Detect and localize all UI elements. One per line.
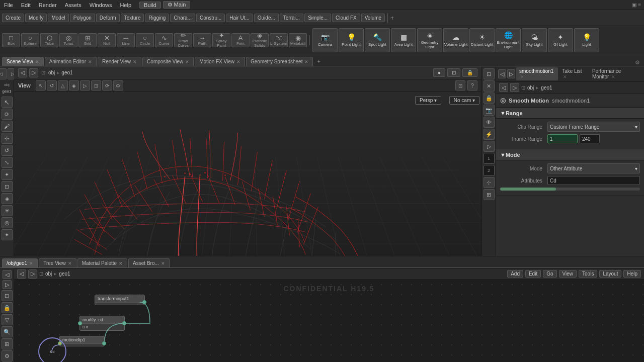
clip-range-dropdown[interactable]: Custom Frame Range ▾ [547, 122, 640, 132]
modify-btn[interactable]: Modify [25, 14, 47, 22]
tab-motion-fx[interactable]: Motion FX View ✕ [195, 57, 245, 66]
ne-add-btn[interactable]: Add [507, 270, 523, 278]
rs-camera[interactable]: 📷 [484, 105, 495, 116]
shelf-tube[interactable]: ⬡Tube [40, 33, 58, 47]
rs-flipbook[interactable]: ▷ [484, 141, 495, 152]
shelf-font[interactable]: AFont [231, 33, 250, 47]
tab-composite-view-close[interactable]: ✕ [185, 59, 189, 64]
create-btn[interactable]: Create [2, 14, 24, 22]
ne-layout[interactable]: ⊞ [2, 338, 13, 349]
measure-tool[interactable]: ⊡ [2, 181, 13, 192]
deform-btn[interactable]: Deform [96, 14, 120, 22]
rp-tab-smoothmotion[interactable]: smoothmotion1 ✕ [516, 67, 558, 80]
viewport-canvas[interactable]: Persp ▾ No cam ▾ [14, 92, 481, 256]
rs-tool-1[interactable]: ⊡ [484, 68, 495, 79]
frame-range-start[interactable] [547, 134, 578, 143]
nav-back-btn[interactable]: ◁ [0, 68, 7, 79]
brush-tool[interactable]: ◎ [2, 217, 13, 228]
shelf-null[interactable]: ✕Null [98, 33, 116, 47]
chara-btn[interactable]: Chara... [170, 14, 195, 22]
camera-view-tool[interactable]: ◈ [2, 193, 13, 204]
tab-scene-view-close[interactable]: ✕ [35, 59, 39, 64]
ne-home[interactable]: ⊡ [2, 290, 13, 301]
light-env[interactable]: 🌐Environment Light [496, 28, 521, 52]
light-point[interactable]: 💡Point Light [339, 28, 364, 52]
frame-range-end[interactable] [580, 134, 600, 143]
rs-snap[interactable]: ⊹ [484, 177, 495, 188]
vp-fwd-btn[interactable]: ▷ [29, 68, 38, 77]
tab-tree-view[interactable]: Tree View ✕ [39, 258, 76, 267]
shelf-line[interactable]: ─Line [117, 33, 135, 47]
transform-tool[interactable]: ⊹ [2, 133, 13, 144]
tab-asset-browser-close[interactable]: ✕ [161, 261, 165, 266]
node-canvas[interactable]: ◁ ▷ ⊡ obj ▸ geo1 Add Edit Go View Tools … [14, 268, 644, 362]
volume-btn[interactable]: Volume [361, 14, 385, 22]
vp-lock-btn[interactable]: 🔒 [462, 68, 477, 77]
rp-geo[interactable]: geo1 [541, 85, 552, 90]
viewport-help-btn[interactable]: ? [467, 80, 477, 90]
ne-back[interactable]: ◁ [3, 270, 12, 279]
ne-tools-btn[interactable]: Tools [579, 270, 597, 278]
ne-edit-btn[interactable]: Edit [525, 270, 541, 278]
menu-file[interactable]: File [0, 2, 17, 8]
tab-render-view-close[interactable]: ✕ [133, 59, 137, 64]
shelf-lsystem[interactable]: ⌥L-System [270, 33, 288, 47]
rp-tab-smoothmotion-close[interactable]: ✕ [520, 74, 524, 79]
light-gi[interactable]: ✦GI Light [548, 28, 573, 52]
shelf-metaball[interactable]: ◉Metaball [289, 33, 307, 47]
menu-assets[interactable]: Assets [61, 2, 86, 8]
rigging-btn[interactable]: Rigging [145, 14, 169, 22]
ne-layout-btn[interactable]: Layout [599, 270, 621, 278]
light-sky[interactable]: 🌤Sky Light [522, 28, 547, 52]
viewport-options-icon[interactable]: ⚙ [635, 59, 644, 66]
vp-obj[interactable]: obj [48, 70, 55, 75]
rs-render[interactable]: ⚡ [484, 129, 495, 140]
rp-nav-fwd[interactable]: ▷ [510, 83, 519, 92]
scale-tool[interactable]: ⤡ [2, 157, 13, 168]
ne-nav-back[interactable]: ◁ [17, 269, 26, 279]
light-area[interactable]: ▦Area Light [391, 28, 416, 52]
tab-composite-view[interactable]: Composite View ✕ [142, 57, 194, 66]
texture-btn[interactable]: Texture [121, 14, 144, 22]
tab-obj-geo1[interactable]: /obj/geo1 ✕ [2, 258, 38, 267]
view-settings-tool[interactable]: ⚙ [113, 80, 123, 90]
view-tumble-tool[interactable]: ↺ [47, 80, 57, 90]
tab-asset-browser[interactable]: Asset Bro... ✕ [128, 258, 170, 267]
rp-tab-takelist-close[interactable]: ✕ [563, 74, 567, 79]
rp-tab-perfmon[interactable]: Performance Monitor ✕ [589, 67, 642, 80]
light-spot[interactable]: 🔦Spot Light [365, 28, 390, 52]
ne-nav-fwd[interactable]: ▷ [28, 269, 37, 279]
tab-obj-geo1-close[interactable]: ✕ [29, 261, 33, 266]
rs-layout[interactable]: ⊞ [484, 189, 495, 200]
view-camera-tool[interactable]: ▷ [80, 80, 90, 90]
rp-obj[interactable]: obj [527, 85, 534, 90]
ne-view-btn[interactable]: View [559, 270, 577, 278]
tumble-tool[interactable]: ⟳ [2, 109, 13, 120]
ne-lock[interactable]: 🔒 [2, 302, 13, 313]
tab-scene-view[interactable]: Scene View ✕ [2, 57, 44, 66]
ne-search[interactable]: 🔍 [2, 326, 13, 337]
tab-render-view[interactable]: Render View ✕ [98, 57, 141, 66]
shelf-spray[interactable]: ✦Spray Paint [212, 33, 230, 47]
node-canvas-area[interactable]: CONFIDENTIAL H19.5 transforminput1 modif… [14, 280, 644, 362]
menu-windows[interactable]: Windows [86, 2, 116, 8]
ne-help-btn[interactable]: Help [623, 270, 641, 278]
rs-tool-2[interactable]: ✕ [484, 80, 495, 92]
viewport-mode-btn[interactable]: ⊡ [455, 80, 465, 90]
ne-go-btn[interactable]: Go [543, 270, 556, 278]
tab-material-palette[interactable]: Material Palette ✕ [77, 258, 127, 267]
view-node-tool[interactable]: ◈ [69, 80, 79, 90]
light-volume[interactable]: ☁Volume Light [443, 28, 468, 52]
snap-tool[interactable]: ✦ [2, 169, 13, 180]
shelf-drawcurve[interactable]: ✏Draw Curve [174, 33, 192, 47]
ne-fwd[interactable]: ▷ [3, 280, 12, 289]
node-modify-cd[interactable]: modify_cd 0 α [79, 316, 125, 331]
tab-motion-fx-close[interactable]: ✕ [236, 59, 240, 64]
shelf-sphere[interactable]: ○Sphere [21, 33, 39, 47]
attributes-input[interactable] [547, 176, 640, 185]
light-camera[interactable]: 📷Camera [312, 28, 338, 52]
shelf-platonic[interactable]: ◈Platonic Solids [251, 33, 269, 47]
polygon-btn[interactable]: Polygon [70, 14, 95, 22]
light-geo[interactable]: ◈Geometry Light [417, 28, 442, 52]
rp-back-btn[interactable]: ◁ [498, 69, 506, 78]
